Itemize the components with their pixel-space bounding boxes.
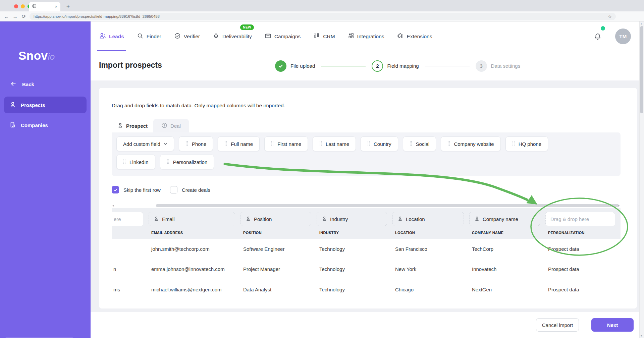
field-chip-company-website[interactable]: Company website [441,136,500,151]
window-scrollbar-thumb[interactable] [640,26,643,113]
nav-item-crm[interactable]: CRM [313,21,335,51]
notifications-bell-icon[interactable] [594,33,602,41]
next-button[interactable]: Next [591,318,634,332]
new-tab-button[interactable]: + [64,2,72,11]
preview-table: ◂ ▸ ere Email Position Industry Location… [112,204,621,299]
address-bar[interactable]: https://app.snov.io/import/prospects/fie… [30,13,616,20]
table-row: john.smith@techcorp.com Software Enginee… [112,239,621,259]
scroll-right-arrow-icon[interactable]: ▸ [618,204,620,207]
scroll-down-arrow-icon[interactable]: ▾ [641,334,642,337]
sidebar: Snovio Back Prospects Companies [0,21,91,338]
field-chip-phone[interactable]: Phone [179,136,213,151]
drop-zone-company-name[interactable]: Company name [469,212,540,226]
tab-prospect[interactable]: Prospect [112,119,153,132]
step-1-label: File upload [290,63,315,69]
column-header-personalization: PERSONALIZATION [545,231,621,235]
browser-forward-button[interactable]: → [11,13,19,20]
drop-zone-personalization-empty[interactable]: Drag & drop here [545,212,615,226]
column-header-company-name: COMPANY NAME [469,231,545,235]
nav-item-finder[interactable]: Finder [137,21,161,51]
tab-deal[interactable]: $ Deal [153,119,189,132]
skip-first-row-checkbox[interactable] [112,186,119,193]
cell-company: NextGen [469,287,545,292]
horizontal-scrollbar[interactable]: ◂ ▸ [112,204,621,207]
tab-close-icon[interactable]: × [55,4,57,9]
drag-handle-icon [512,141,515,147]
field-chip-last-name[interactable]: Last name [313,136,356,151]
flame-icon [213,33,219,41]
add-custom-field-dropdown[interactable]: Add custom field [116,136,174,151]
leads-people-icon [99,32,106,41]
drag-handle-icon [447,141,450,147]
column-mapping-area: ere Email Position Industry Location Com… [112,208,621,239]
nav-item-extensions[interactable]: Extensions [397,21,432,51]
cell-position: Project Manager [240,266,317,272]
field-chip-full-name[interactable]: Full name [218,136,260,151]
drop-zone-position[interactable]: Position [240,212,311,226]
instruction-text: Drag and drop fields to match data. Only… [112,103,285,109]
user-avatar[interactable]: TM [615,29,631,44]
cell-location: Chicago [392,287,469,292]
person-icon [397,216,403,222]
nav-item-leads[interactable]: Leads [99,21,124,51]
browser-reload-button[interactable]: ⟳ [20,13,28,20]
field-chip-country[interactable]: Country [361,136,398,151]
building-icon [9,121,16,129]
bookmark-star-icon[interactable]: ☆ [608,14,612,19]
cell-location: New York [392,266,469,272]
step-connector-upcoming [425,66,470,66]
cell-company: Innovatech [469,266,545,272]
drop-zone-name-partial[interactable]: ere [112,212,143,226]
drop-zone-industry[interactable]: Industry [317,212,387,226]
nav-item-deliverability[interactable]: Deliverability NEW [213,21,252,51]
field-chip-first-name[interactable]: First name [264,136,308,151]
person-icon [474,216,480,222]
top-navigation: Leads Finder Verifier [91,21,644,51]
field-chip-hq-phone[interactable]: HQ phone [505,136,548,151]
search-icon [137,33,144,41]
cell-personalization: Prospect data [545,287,621,292]
field-chip-social[interactable]: Social [403,136,436,151]
create-deals-label[interactable]: Create deals [182,187,210,193]
nav-item-verifier[interactable]: Verifier [174,21,200,51]
cancel-import-button[interactable]: Cancel import [536,318,579,332]
cell-industry: Technology [317,266,392,272]
check-circle-icon [174,33,181,41]
create-deals-checkbox[interactable] [170,186,177,193]
kanban-columns-icon [313,33,320,41]
back-button[interactable]: Back [10,80,34,88]
cell-position: Data Analyst [240,287,317,292]
nav-item-campaigns[interactable]: Campaigns [265,21,301,51]
scroll-up-arrow-icon[interactable]: ▴ [641,22,642,25]
back-arrow-icon [10,80,17,88]
horizontal-scrollbar-thumb[interactable] [156,204,619,207]
grid-squares-icon [348,33,354,40]
snov-logo[interactable]: Snovio [18,49,55,62]
envelope-icon [265,33,271,41]
skip-first-row-label[interactable]: Skip the first row [123,187,161,193]
browser-tab[interactable]: × [29,2,60,11]
drag-handle-icon [319,141,322,147]
person-icon [246,216,251,222]
scroll-left-arrow-icon[interactable]: ◂ [112,204,114,207]
browser-back-button[interactable]: ← [3,13,10,20]
table-row: n emma.johnson@innovatech.com Project Ma… [112,259,621,279]
drag-handle-icon [410,141,412,147]
field-chip-personalization[interactable]: Personalization [160,155,214,169]
sidebar-item-prospects[interactable]: Prospects [4,97,87,113]
field-chip-linkedin[interactable]: LinkedIn [116,155,155,169]
sidebar-item-companies[interactable]: Companies [4,117,87,133]
drag-handle-icon [224,141,227,147]
footer-bar: Cancel import Next [91,312,644,338]
window-scrollbar[interactable]: ▴ ▾ [639,21,644,338]
new-badge: NEW [240,24,254,30]
field-mapping-card: Drag and drop fields to match data. Only… [99,88,637,308]
favicon-globe-icon [32,4,37,10]
drag-handle-icon [367,141,370,147]
drop-zone-email[interactable]: Email [149,212,235,226]
person-icon [9,101,16,109]
window-minimize-button[interactable] [21,4,25,8]
window-close-button[interactable] [14,4,18,8]
drop-zone-location[interactable]: Location [392,212,464,226]
nav-item-integrations[interactable]: Integrations [348,21,384,51]
